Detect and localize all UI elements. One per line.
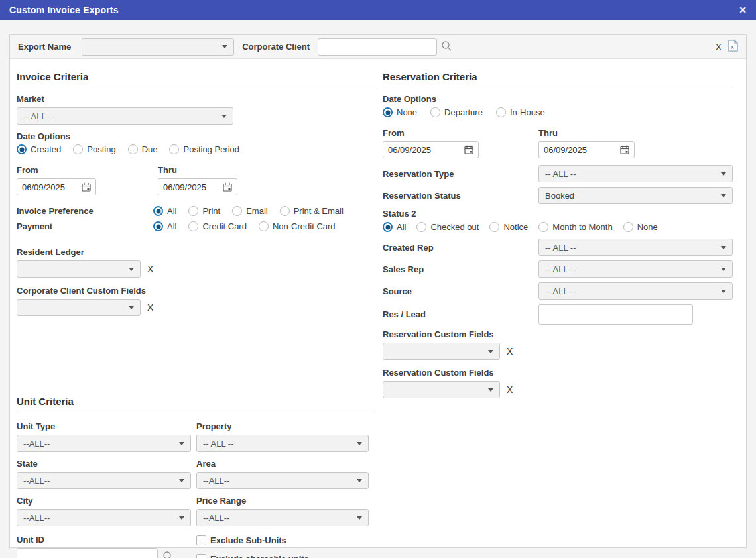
invoice-criteria-heading: Invoice Criteria [17, 66, 375, 87]
radio-none[interactable]: None [383, 107, 417, 117]
source-row: Source -- ALL -- [383, 282, 733, 300]
radio-label: All [397, 222, 406, 232]
radio-icon [383, 222, 393, 232]
invoice-from-datepicker[interactable]: 06/09/2025 [17, 178, 96, 195]
checkbox-icon [196, 535, 206, 545]
resident-ledger-label: Resident Ledger [17, 247, 375, 257]
invoice-criteria-section: Invoice Criteria Market -- ALL -- Date O… [17, 66, 375, 558]
clear-filters-button[interactable]: X [716, 42, 722, 52]
dropdown-arrow-icon [129, 306, 134, 309]
market-dropdown[interactable]: -- ALL -- [17, 107, 233, 125]
radio-icon [538, 222, 548, 232]
radio-icon [430, 107, 440, 117]
reservation-criteria-heading: Reservation Criteria [383, 66, 733, 87]
property-dropdown[interactable]: -- ALL -- [196, 435, 369, 452]
radio-created[interactable]: Created [17, 144, 61, 154]
radio-posting[interactable]: Posting [73, 144, 115, 154]
radio-departure[interactable]: Departure [430, 107, 483, 117]
area-dropdown[interactable]: --ALL-- [196, 472, 369, 489]
radio-label: Email [246, 206, 268, 216]
state-dropdown[interactable]: --ALL-- [17, 472, 191, 489]
corporate-client-custom-fields-dropdown[interactable] [17, 299, 141, 316]
radio-print[interactable]: Print [188, 206, 220, 216]
resident-ledger-dropdown[interactable] [17, 260, 141, 278]
radio-in-house[interactable]: In-House [496, 107, 545, 117]
radio-due[interactable]: Due [128, 144, 158, 154]
radio-posting-period[interactable]: Posting Period [169, 144, 239, 154]
reservation-type-label: Reservation Type [383, 169, 454, 179]
invoice-preference-group: All Print Email Print & Email [153, 206, 344, 216]
radio-credit-card[interactable]: Credit Card [188, 221, 246, 231]
invoice-from-label: From [17, 165, 158, 175]
reservation-custom-fields-dropdown-1[interactable] [383, 343, 500, 360]
corporate-client-custom-fields-remove-button[interactable]: X [147, 302, 153, 313]
radio-icon [232, 206, 242, 216]
reservation-custom-fields-remove-button-2[interactable]: X [507, 384, 513, 395]
dialog-titlebar: Custom Invoice Exports ✕ [0, 0, 756, 20]
radio-month-to-month[interactable]: Month to Month [538, 222, 612, 232]
radio-label: Credit Card [202, 221, 246, 231]
export-name-label: Export Name [18, 42, 71, 52]
radio-label: Posting Period [183, 144, 239, 154]
unit-criteria-heading: Unit Criteria [17, 390, 375, 412]
radio-all[interactable]: All [153, 221, 176, 231]
radio-icon [188, 221, 198, 231]
radio-icon [489, 222, 499, 232]
res-lead-input[interactable] [538, 304, 693, 325]
radio-label: Print & Email [294, 206, 344, 216]
reservation-status-dropdown[interactable]: Booked [538, 187, 733, 204]
unit-criteria-section: Unit Criteria Unit Type --ALL-- Property… [17, 390, 375, 558]
radio-icon [496, 107, 506, 117]
radio-label: Checked out [430, 222, 479, 232]
calendar-icon [464, 145, 473, 154]
reservation-thru-datepicker[interactable]: 06/09/2025 [538, 141, 635, 158]
radio-all[interactable]: All [153, 206, 176, 216]
reservation-custom-fields-dropdown-2[interactable] [383, 381, 500, 398]
price-range-dropdown[interactable]: --ALL-- [196, 509, 369, 526]
created-rep-dropdown[interactable]: -- ALL -- [538, 239, 733, 256]
unit-id-label: Unit ID [17, 535, 191, 545]
source-dropdown[interactable]: -- ALL -- [538, 282, 733, 300]
exclude-sub-units-checkbox[interactable]: Exclude Sub-Units [196, 535, 369, 545]
radio-label: Notice [503, 222, 528, 232]
reservation-custom-fields-remove-button-1[interactable]: X [507, 346, 513, 357]
sales-rep-dropdown[interactable]: -- ALL -- [538, 260, 733, 278]
close-icon[interactable]: ✕ [739, 5, 747, 15]
search-icon[interactable] [441, 40, 452, 54]
radio-icon [188, 206, 198, 216]
reservation-date-range: From 06/09/2025 Thru 06/09/2025 [383, 119, 733, 158]
created-rep-row: Created Rep -- ALL -- [383, 239, 733, 256]
status2-label: Status 2 [383, 209, 733, 219]
search-icon[interactable] [162, 551, 174, 558]
invoice-preference-row: Invoice Preference All Print Email Print… [17, 206, 375, 216]
date-value: 06/09/2025 [163, 182, 223, 192]
reservation-status-value: Booked [545, 191, 721, 201]
dropdown-arrow-icon [129, 268, 134, 271]
unit-type-value: --ALL-- [23, 439, 179, 449]
reservation-from-datepicker[interactable]: 06/09/2025 [383, 141, 479, 158]
unit-type-dropdown[interactable]: --ALL-- [17, 435, 191, 452]
invoice-thru-datepicker[interactable]: 06/09/2025 [158, 178, 237, 195]
radio-all[interactable]: All [383, 222, 406, 232]
sales-rep-label: Sales Rep [383, 264, 424, 274]
resident-ledger-remove-button[interactable]: X [147, 264, 153, 274]
radio-notice[interactable]: Notice [489, 222, 528, 232]
excel-export-icon[interactable]: x [728, 40, 738, 54]
invoice-date-options-label: Date Options [17, 131, 375, 141]
radio-checked-out[interactable]: Checked out [416, 222, 479, 232]
export-name-dropdown[interactable] [82, 38, 234, 56]
radio-email[interactable]: Email [232, 206, 268, 216]
radio-none[interactable]: None [623, 222, 658, 232]
radio-non-credit-card[interactable]: Non-Credit Card [259, 221, 336, 231]
price-range-value: --ALL-- [203, 513, 357, 523]
checkbox-label: Exclude shareable units [210, 554, 309, 558]
corporate-client-input[interactable] [318, 38, 437, 56]
radio-print-email[interactable]: Print & Email [280, 206, 344, 216]
exclude-shareable-units-checkbox[interactable]: Exclude shareable units [196, 554, 369, 558]
radio-icon [416, 222, 426, 232]
city-dropdown[interactable]: --ALL-- [17, 509, 191, 526]
unit-id-input[interactable] [17, 548, 158, 558]
created-rep-label: Created Rep [383, 243, 434, 252]
date-value: 06/09/2025 [22, 182, 82, 192]
reservation-type-dropdown[interactable]: -- ALL -- [538, 165, 733, 182]
